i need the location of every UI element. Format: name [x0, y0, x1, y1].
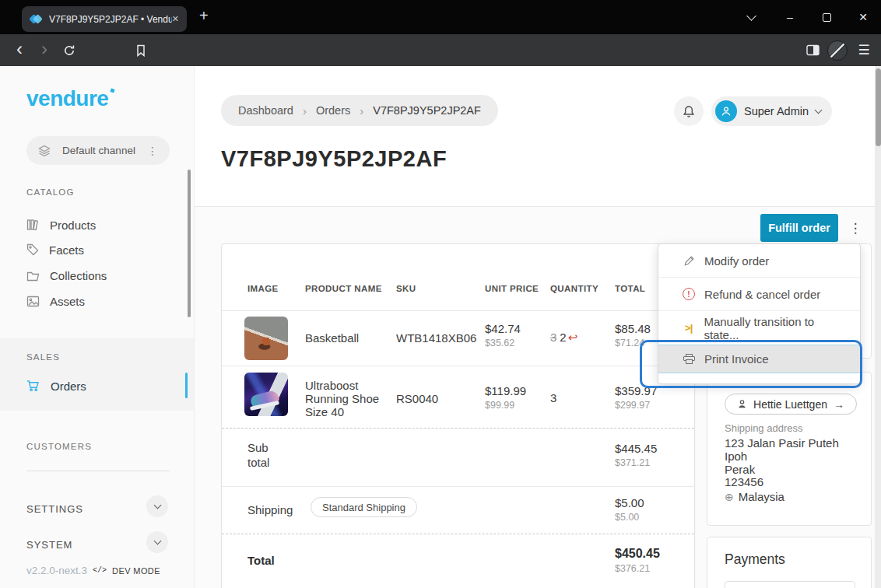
settings-collapse-button[interactable]: [146, 495, 168, 517]
chevron-down-icon: [153, 537, 161, 545]
section-label-system: SYSTEM: [26, 539, 72, 551]
breadcrumb-orders[interactable]: Orders: [316, 104, 350, 117]
split-view-icon[interactable]: [800, 34, 825, 66]
browser-toolbar: ‹ › i localhost:3000/admin/orders/3: [0, 34, 881, 66]
table-row: Basketball WTB1418XB06 $42.74 $35.62 32↩…: [222, 310, 694, 366]
total-net: $376.21: [615, 563, 660, 574]
tab-title: V7F8PJ9Y5P2JP2AF • Vendure: [49, 14, 172, 25]
quantity-old: 3: [550, 331, 556, 344]
customer-card: Hettie Luettgen → Shipping address 123 J…: [707, 372, 872, 526]
product-image-basketball[interactable]: [244, 317, 288, 360]
window-menu-chevron-icon[interactable]: [733, 0, 769, 34]
total-label: Total: [247, 554, 275, 567]
shipping-label: Shipping: [247, 503, 293, 516]
sidebar-footer: v2.2.0-next.3 </> DEV MODE: [26, 565, 160, 576]
payment-detail-box: [725, 581, 855, 588]
channel-menu-icon[interactable]: ⋮: [147, 145, 158, 157]
breadcrumb-current: V7F8PJ9Y5P2JP2AF: [373, 104, 481, 117]
sidebar-item-facets[interactable]: Facets: [26, 237, 84, 262]
sidebar-item-assets[interactable]: Assets: [26, 289, 85, 313]
page-scrollbar-thumb[interactable]: [876, 68, 881, 146]
profile-avatar[interactable]: [825, 34, 850, 66]
shipping-method-badge: Standard Shipping: [311, 497, 417, 517]
quantity-changed-icon: ↩: [568, 331, 578, 344]
col-header-quantity: QUANTITY: [550, 284, 598, 293]
country-row: ⊕ Malaysia: [725, 490, 784, 503]
shipping-row: Shipping Standard Shipping $5.00 $5.00: [222, 487, 694, 534]
person-icon: [737, 399, 747, 409]
product-name[interactable]: Basketball: [305, 331, 359, 345]
forward-button[interactable]: ›: [33, 34, 56, 66]
customer-name: Hettie Luettgen: [753, 398, 827, 411]
quantity-cell: 32↩: [550, 331, 577, 345]
reload-button[interactable]: [58, 34, 81, 66]
quantity-new: 2: [560, 331, 566, 344]
user-menu[interactable]: Super Admin: [711, 96, 832, 126]
section-label-catalog: CATALOG: [26, 187, 75, 197]
sidebar-scrollbar[interactable]: [188, 170, 191, 317]
layers-icon: [38, 145, 51, 157]
sidebar-item-products[interactable]: Products: [26, 212, 96, 237]
country-name: Malaysia: [739, 490, 784, 503]
shipping-value: $5.00: [615, 496, 644, 509]
tag-icon: [26, 243, 39, 256]
unit-price: $119.99: [485, 384, 526, 397]
bookmark-icon[interactable]: [129, 34, 153, 66]
col-header-image: IMAGE: [247, 284, 279, 293]
bell-icon: [683, 105, 695, 118]
product-name[interactable]: Ultraboost Running Shoe Size 40: [305, 379, 392, 418]
col-header-total: TOTAL: [615, 284, 645, 293]
image-icon: [26, 296, 40, 307]
channel-label: Default channel: [59, 145, 139, 156]
subtotal-label: Sub total: [247, 440, 285, 470]
sidebar-item-orders[interactable]: Orders: [26, 373, 86, 398]
sidebar-item-collections[interactable]: Collections: [26, 263, 107, 288]
system-collapse-button[interactable]: [146, 531, 168, 553]
menu-item-refund-cancel[interactable]: ! Refund & cancel order: [658, 278, 860, 311]
menu-item-modify-order[interactable]: Modify order: [658, 244, 860, 278]
app-sidebar: vendure Default channel ⋮ CATALOG Produc…: [0, 66, 195, 588]
code-icon: </>: [93, 566, 107, 575]
browser-tab[interactable]: V7F8PJ9Y5P2JP2AF • Vendure ✕: [22, 6, 187, 32]
new-tab-button[interactable]: +: [199, 7, 209, 25]
user-avatar-icon: [715, 100, 737, 122]
fulfill-order-button[interactable]: Fulfill order: [760, 214, 838, 242]
payments-card: Payments: [707, 537, 872, 588]
order-actions-kebab-icon[interactable]: ⋮: [847, 216, 864, 240]
breadcrumb: Dashboard › Orders › V7F8PJ9Y5P2JP2AF: [221, 95, 498, 126]
page-scrollbar[interactable]: [875, 66, 881, 588]
channel-switcher[interactable]: Default channel ⋮: [26, 136, 170, 165]
total-row: Total $450.45 $376.21: [222, 534, 694, 588]
transition-icon: >|: [682, 322, 695, 334]
browser-menu-icon[interactable]: ☰: [851, 34, 876, 66]
pencil-icon: [682, 255, 696, 267]
user-name: Super Admin: [744, 105, 809, 117]
line-total: $85.48: [615, 322, 651, 335]
breadcrumb-dashboard[interactable]: Dashboard: [238, 104, 293, 117]
subtotal-row: Sub total $445.45 $371.21: [222, 429, 694, 487]
globe-icon: ⊕: [725, 491, 734, 503]
order-detail-content: Fulfill order ⋮ IMAGE PRODUCT NAME SKU U…: [195, 207, 875, 588]
dev-mode-label: DEV MODE: [112, 566, 160, 576]
window-maximize-button[interactable]: [809, 0, 844, 34]
back-button[interactable]: ‹: [8, 34, 31, 66]
tab-close-icon[interactable]: ✕: [172, 14, 179, 24]
vendure-favicon-icon: [30, 13, 42, 26]
app-version: v2.2.0-next.3: [26, 565, 87, 576]
notifications-button[interactable]: [674, 96, 704, 126]
col-header-product-name: PRODUCT NAME: [305, 284, 382, 293]
col-header-sku: SKU: [396, 284, 416, 293]
breadcrumb-separator: ›: [360, 104, 363, 117]
active-nav-indicator: [185, 373, 188, 398]
window-minimize-button[interactable]: –: [772, 0, 808, 34]
window-close-button[interactable]: ✕: [845, 0, 881, 34]
customer-link[interactable]: Hettie Luettgen →: [725, 394, 857, 415]
table-row: Ultraboost Running Shoe Size 40 RS0040 $…: [222, 366, 694, 429]
vendure-logo: vendure: [26, 86, 108, 111]
payments-title: Payments: [725, 551, 785, 568]
subtotal-value: $445.45: [615, 442, 657, 455]
warning-icon: !: [682, 288, 696, 300]
product-sku: WTB1418XB06: [396, 331, 476, 345]
product-image-shoe[interactable]: [244, 373, 288, 416]
browser-window: V7F8PJ9Y5P2JP2AF • Vendure ✕ + – ✕ ‹ › i…: [0, 0, 881, 588]
